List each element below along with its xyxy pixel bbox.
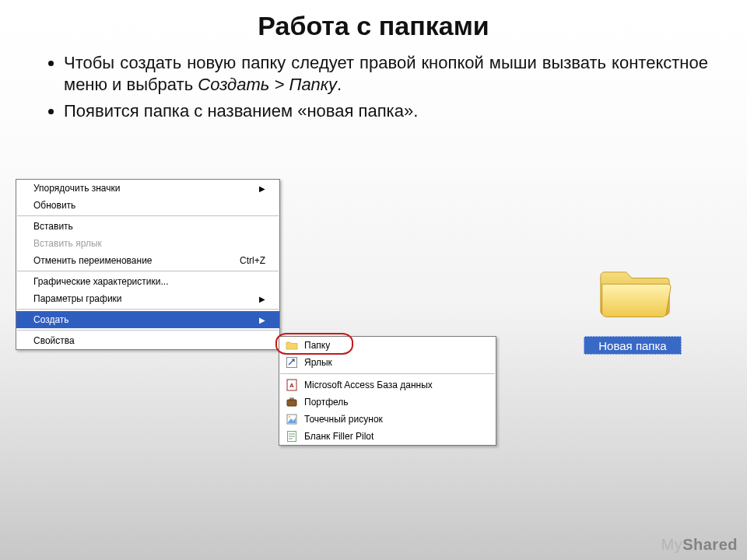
menu-separator (17, 271, 279, 271)
submenu-item-label: Ярлык (304, 357, 332, 368)
watermark: MyShared (661, 536, 738, 554)
new-folder-icon[interactable] (598, 258, 672, 319)
menu-item-shortcut: Ctrl+Z (240, 255, 265, 266)
watermark-my: My (661, 536, 683, 553)
form-icon (286, 430, 298, 443)
submenu-item-label: Microsoft Access База данных (304, 380, 433, 390)
create-submenu: Папку Ярлык A Microsoft Access База данн… (279, 336, 496, 446)
svg-rect-3 (287, 400, 296, 406)
submenu-arrow-icon: ▶ (259, 316, 265, 324)
submenu-arrow-icon: ▶ (259, 295, 265, 303)
menu-separator (280, 373, 495, 374)
menu-paste-shortcut: Вставить ярлык (16, 235, 279, 252)
menu-refresh[interactable]: Обновить (16, 197, 279, 214)
menu-item-label: Отменить переименование (33, 255, 240, 266)
submenu-filler-pilot[interactable]: Бланк Filler Pilot (279, 428, 496, 445)
menu-undo-rename[interactable]: Отменить переименование Ctrl+Z (16, 252, 279, 269)
menu-separator (17, 215, 279, 216)
watermark-shared: Shared (682, 536, 738, 553)
access-icon: A (286, 379, 298, 391)
svg-point-7 (289, 416, 291, 418)
submenu-item-label: Точечный рисунок (304, 414, 383, 425)
submenu-arrow-icon: ▶ (259, 184, 265, 193)
menu-paste[interactable]: Вставить (16, 218, 279, 235)
menu-item-label: Свойства (33, 335, 265, 346)
submenu-access[interactable]: A Microsoft Access База данных (279, 376, 496, 394)
new-folder-name-text: Новая папка (598, 339, 666, 352)
instruction-bullet-2: Появится папка с названием «новая папка»… (64, 100, 708, 122)
menu-item-label: Вставить ярлык (33, 238, 265, 249)
menu-item-label: Графические характеристики... (33, 276, 265, 287)
new-folder-name-input[interactable]: Новая папка (584, 336, 682, 355)
svg-text:A: A (289, 382, 294, 389)
submenu-item-label: Бланк Filler Pilot (304, 431, 374, 442)
menu-graphics-params[interactable]: Параметры графики ▶ (16, 290, 279, 307)
menu-item-label: Параметры графики (33, 293, 259, 304)
submenu-briefcase[interactable]: Портфель (279, 394, 496, 411)
briefcase-icon (286, 396, 298, 408)
shortcut-icon (286, 356, 298, 369)
menu-create[interactable]: Создать ▶ (16, 311, 279, 328)
folder-icon (286, 339, 298, 352)
menu-graphics-characteristics[interactable]: Графические характеристики... (16, 273, 279, 290)
page-title: Работа с папками (0, 0, 747, 41)
submenu-item-label: Портфель (304, 397, 349, 408)
bitmap-icon (286, 413, 298, 425)
context-menu: Упорядочить значки ▶ Обновить Вставить В… (16, 179, 280, 350)
menu-item-label: Обновить (33, 200, 265, 211)
menu-properties[interactable]: Свойства (16, 332, 279, 349)
instruction-list: Чтобы создать новую папку следует правой… (48, 52, 708, 122)
instruction-bullet-1: Чтобы создать новую папку следует правой… (64, 52, 708, 96)
text: . (337, 75, 342, 94)
submenu-shortcut[interactable]: Ярлык (279, 354, 496, 371)
emphasis: Создать > Папку (198, 75, 337, 94)
submenu-item-label: Папку (304, 340, 330, 351)
menu-item-label: Создать (33, 314, 259, 325)
menu-item-label: Вставить (33, 221, 265, 232)
menu-separator (17, 330, 279, 331)
menu-separator (17, 309, 279, 310)
menu-item-label: Упорядочить значки (33, 183, 259, 194)
svg-rect-4 (290, 398, 293, 400)
submenu-folder[interactable]: Папку (279, 337, 496, 354)
text: Чтобы создать новую папку следует правой… (64, 53, 708, 94)
menu-arrange-icons[interactable]: Упорядочить значки ▶ (16, 180, 279, 197)
submenu-bitmap[interactable]: Точечный рисунок (279, 411, 496, 428)
